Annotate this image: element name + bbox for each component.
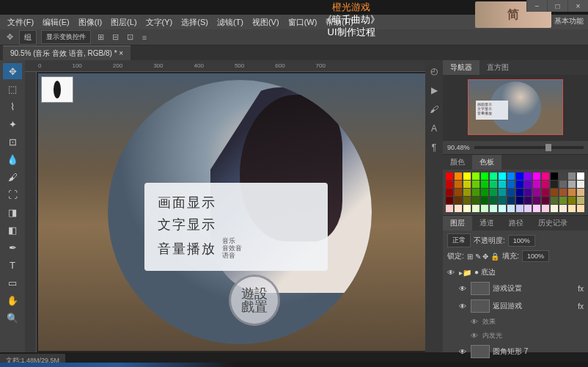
lock-icon[interactable]: ⊞ ✎ ✥ 🔒	[467, 252, 499, 261]
auto-select-dropdown[interactable]: 组	[19, 30, 37, 45]
swatch[interactable]	[507, 197, 515, 204]
menu-filter[interactable]: 滤镜(T)	[214, 15, 246, 29]
histogram-tab[interactable]: 直方图	[479, 60, 516, 75]
swatch[interactable]	[499, 189, 506, 196]
swatch[interactable]	[490, 172, 497, 180]
layer-row[interactable]: 👁 返回游戏 fx	[447, 297, 584, 315]
history-tab[interactable]: 历史记录	[531, 216, 575, 230]
canvas[interactable]: 画面显示 文字显示 音量播放 音乐音效音语音 遊設 戲置	[38, 73, 441, 351]
swatch[interactable]	[533, 205, 540, 212]
visibility-icon[interactable]: 👁	[459, 348, 468, 356]
align-icon-3[interactable]: ⊡	[125, 32, 135, 43]
stamp-tool[interactable]: ⛶	[3, 186, 22, 203]
menu-type[interactable]: 文字(Y)	[143, 15, 176, 29]
gradient-tool[interactable]: ◧	[3, 222, 22, 238]
fx-badge[interactable]: fx	[578, 285, 584, 293]
swatch[interactable]	[559, 189, 567, 196]
opacity-value[interactable]: 100%	[508, 235, 535, 247]
swatch[interactable]	[559, 205, 567, 212]
swatch[interactable]	[446, 172, 453, 180]
swatch[interactable]	[507, 205, 515, 212]
menu-layer[interactable]: 图层(L)	[108, 15, 139, 29]
type-tool[interactable]: T	[3, 257, 22, 273]
zoom-tool[interactable]: 🔍	[3, 310, 22, 326]
swatch[interactable]	[551, 172, 558, 180]
menu-select[interactable]: 选择(S)	[178, 15, 211, 29]
swatch[interactable]	[516, 189, 523, 196]
ruler-vertical[interactable]	[25, 72, 37, 352]
navigator-tab[interactable]: 导航器	[443, 60, 479, 75]
ruler-horizontal[interactable]: 0100200300400500600700	[25, 60, 443, 72]
swatch[interactable]	[481, 189, 488, 196]
fx-badge[interactable]: fx	[578, 302, 584, 310]
swatch[interactable]	[542, 197, 549, 204]
swatch[interactable]	[499, 197, 506, 204]
swatch[interactable]	[533, 197, 540, 204]
swatch[interactable]	[551, 189, 558, 196]
swatch[interactable]	[463, 189, 471, 196]
swatch[interactable]	[446, 205, 453, 212]
menu-view[interactable]: 视图(V)	[249, 15, 282, 29]
brush-panel-icon[interactable]: 🖌	[427, 103, 441, 116]
swatch[interactable]	[533, 172, 540, 180]
align-icon-2[interactable]: ⊟	[110, 32, 120, 43]
blend-mode-dropdown[interactable]: 正常	[447, 233, 471, 247]
document-tab[interactable]: 90.5% (音乐 音效 语音, RGB/8) * ×	[3, 46, 131, 61]
swatch[interactable]	[463, 172, 471, 180]
para-panel-icon[interactable]: ¶	[427, 141, 441, 154]
swatches-tab[interactable]: 色板	[472, 155, 501, 170]
swatch[interactable]	[559, 197, 567, 204]
menu-window[interactable]: 窗口(W)	[285, 15, 320, 29]
visibility-icon[interactable]: 👁	[447, 269, 456, 277]
swatches-grid[interactable]	[443, 170, 588, 215]
zoom-slider[interactable]	[474, 146, 584, 149]
navigator-thumbnail[interactable]: 画面显示文字显示音量播放	[443, 75, 588, 141]
swatch[interactable]	[516, 181, 523, 188]
layer-row[interactable]: 👁 游戏设置 fx	[447, 280, 584, 297]
history-icon[interactable]: ◴	[427, 65, 441, 78]
swatch[interactable]	[472, 172, 479, 180]
swatch[interactable]	[542, 205, 549, 212]
swatch[interactable]	[472, 189, 479, 196]
move-tool[interactable]: ✥	[3, 63, 22, 79]
menu-image[interactable]: 图像(I)	[76, 15, 105, 29]
swatch[interactable]	[516, 205, 523, 212]
swatch[interactable]	[568, 181, 576, 188]
swatch[interactable]	[524, 172, 532, 180]
swatch[interactable]	[551, 181, 558, 188]
zoom-value[interactable]: 90.48%	[447, 144, 470, 151]
swatch[interactable]	[533, 189, 540, 196]
eyedropper-tool[interactable]: 💧	[3, 151, 22, 167]
swatch[interactable]	[577, 197, 584, 204]
swatch[interactable]	[472, 205, 479, 212]
brush-tool[interactable]: 🖌	[3, 169, 22, 185]
swatch[interactable]	[507, 172, 515, 180]
visibility-icon[interactable]: 👁	[459, 285, 468, 293]
swatch[interactable]	[481, 181, 488, 188]
swatch[interactable]	[542, 172, 549, 180]
swatch[interactable]	[481, 197, 488, 204]
channels-tab[interactable]: 通道	[472, 216, 501, 230]
swatch[interactable]	[463, 205, 471, 212]
pen-tool[interactable]: ✒	[3, 239, 22, 255]
swatch[interactable]	[524, 197, 532, 204]
layer-effect-item[interactable]: 👁 内发光	[447, 329, 584, 343]
swatch[interactable]	[455, 181, 462, 188]
swatch[interactable]	[577, 181, 584, 188]
workspace-label[interactable]: 基本功能	[554, 16, 584, 26]
swatch[interactable]	[507, 189, 515, 196]
swatch[interactable]	[551, 197, 558, 204]
marquee-tool[interactable]: ⬚	[3, 81, 22, 97]
layers-tab[interactable]: 图层	[443, 216, 472, 230]
swatch[interactable]	[551, 205, 558, 212]
hand-tool[interactable]: ✋	[3, 292, 22, 308]
swatch[interactable]	[533, 181, 540, 188]
swatch[interactable]	[559, 181, 567, 188]
maximize-button[interactable]: □	[547, 0, 567, 12]
fill-value[interactable]: 100%	[522, 250, 549, 262]
swatch[interactable]	[568, 205, 576, 212]
swatch[interactable]	[490, 181, 497, 188]
actions-icon[interactable]: ▶	[427, 84, 441, 97]
swatch[interactable]	[446, 197, 453, 204]
show-transform-checkbox[interactable]: 显示变换控件	[41, 30, 91, 44]
